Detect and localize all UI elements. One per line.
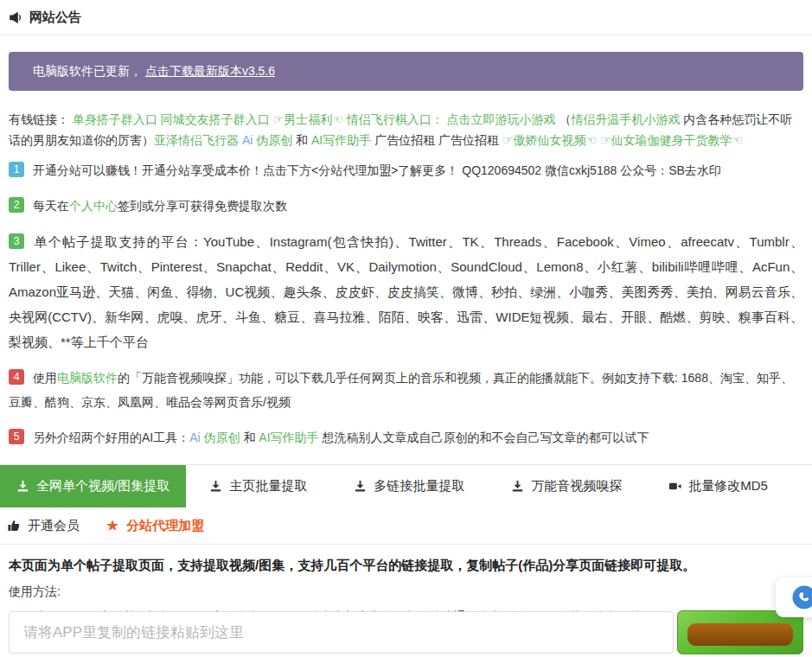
notice-text: 每天在个人中心签到或分享可获得免费提取次数 bbox=[33, 199, 287, 213]
inline-link[interactable]: 情侣升温手机小游戏 bbox=[571, 112, 680, 126]
videocam-icon bbox=[668, 480, 681, 493]
money-links-line: 有钱链接： 单身搭子群入口 同城交友搭子群入口 ☞男士福利☜ 情侣飞行棋入口： … bbox=[9, 109, 803, 150]
notice-content: 有钱链接： 单身搭子群入口 同城交友搭子群入口 ☞男士福利☜ 情侣飞行棋入口： … bbox=[0, 109, 812, 450]
inline-link[interactable]: 点击立即游玩小游戏 bbox=[447, 112, 556, 126]
notice-item-2: 2每天在个人中心签到或分享可获得免费提取次数 bbox=[9, 194, 803, 218]
download-icon bbox=[354, 480, 367, 493]
notice-text: 另外介绍两个好用的AI工具：Ai 伪原创 和 AI写作助手 想洗稿别人文章成自己… bbox=[33, 431, 649, 444]
download-icon bbox=[16, 480, 29, 493]
text-segment: （ bbox=[556, 112, 572, 126]
text-segment: 和 bbox=[240, 431, 259, 444]
notice-text: 单个帖子提取支持的平台：YouTube、Instagram(包含快拍)、Twit… bbox=[9, 234, 803, 349]
text-segment: 和 bbox=[292, 133, 311, 147]
tab-batch-modify-md5[interactable]: 批量修改MD5 bbox=[645, 465, 791, 507]
text-segment: 签到或分享可获得免费提取次数 bbox=[118, 199, 287, 213]
secondary-nav: 开通会员 ★ 分站代理加盟 bbox=[0, 507, 812, 545]
tab-extract-audio-mp3[interactable]: ♫ 提取音频(MP3) bbox=[791, 465, 812, 507]
notice-item-4: 4使用电脑版软件的「万能音视频嗅探」功能，可以下载几乎任何网页上的音乐和视频，真… bbox=[9, 366, 803, 414]
extract-button-inner-shape bbox=[687, 623, 793, 646]
inline-link[interactable]: AI写作助手 bbox=[259, 431, 318, 444]
text-segment: 开通分站可以赚钱！开通分站享受成本价！点击下方<分站代理加盟>了解更多！ QQ1… bbox=[33, 163, 721, 177]
usage-title: 使用方法: bbox=[9, 584, 803, 600]
inline-link[interactable]: 电脑版软件 bbox=[57, 371, 118, 385]
notice-item-3: 3单个帖子提取支持的平台：YouTube、Instagram(包含快拍)、Twi… bbox=[9, 229, 803, 354]
inline-link[interactable]: 同城交友搭子群入口 bbox=[161, 112, 270, 126]
thumbs-up-icon bbox=[7, 519, 21, 533]
text-segment: 每天在 bbox=[33, 199, 69, 213]
notice-text: 使用电脑版软件的「万能音视频嗅探」功能，可以下载几乎任何网页上的音乐和视频，真正… bbox=[9, 371, 793, 409]
notice-badge: 4 bbox=[9, 369, 24, 385]
update-banner: 电脑版软件已更新， 点击下载最新版本v3.5.6 bbox=[9, 52, 803, 91]
tab-label: 万能音视频嗅探 bbox=[531, 478, 622, 494]
subtab-label: 分站代理加盟 bbox=[126, 518, 204, 534]
text-segment: 使用 bbox=[33, 371, 57, 385]
notice-badge: 5 bbox=[9, 429, 24, 444]
notice-badge: 1 bbox=[9, 162, 24, 177]
tab-label: 主页批量提取 bbox=[229, 478, 307, 494]
inline-link[interactable]: Ai bbox=[242, 133, 256, 147]
extract-mode-tabs: 全网单个视频/图集提取 主页批量提取 多链接批量提取 万能音视频嗅探 批量修改M… bbox=[0, 464, 812, 507]
page-title: 网站公告 bbox=[29, 10, 81, 26]
text-segment: 单个帖子提取支持的平台：YouTube、Instagram(包含快拍)、Twit… bbox=[9, 234, 803, 349]
page-root: 网站公告 电脑版软件已更新， 点击下载最新版本v3.5.6 有钱链接： 单身搭子… bbox=[0, 0, 812, 657]
download-latest-link[interactable]: 点击下载最新版本v3.5.6 bbox=[145, 64, 275, 78]
announcement-icon bbox=[9, 11, 23, 24]
inline-link[interactable]: ☞男士福利☜ bbox=[273, 112, 343, 126]
open-membership-link[interactable]: 开通会员 bbox=[7, 518, 80, 534]
inline-link[interactable]: 单身搭子群入口 bbox=[73, 112, 157, 126]
notice-item-5: 5另外介绍两个好用的AI工具：Ai 伪原创 和 AI写作助手 想洗稿别人文章成自… bbox=[9, 425, 803, 450]
download-icon bbox=[511, 480, 524, 493]
notice-badge: 2 bbox=[9, 197, 24, 213]
inline-link[interactable]: 伪原创 bbox=[204, 431, 240, 444]
customer-service-icon bbox=[792, 585, 812, 609]
link-paste-input[interactable] bbox=[9, 611, 674, 654]
update-banner-text: 电脑版软件已更新， bbox=[33, 64, 145, 78]
inline-link[interactable]: 情侣飞行棋入口： bbox=[347, 112, 444, 126]
inline-link[interactable]: Ai bbox=[189, 431, 203, 444]
text-segment: 的「万能音视频嗅探」功能，可以下载几乎任何网页上的音乐和视频，真正的能播就能下。… bbox=[9, 371, 793, 409]
text-segment: 另外介绍两个好用的AI工具： bbox=[33, 431, 189, 444]
notice-text: 开通分站可以赚钱！开通分站享受成本价！点击下方<分站代理加盟>了解更多！ QQ1… bbox=[33, 163, 721, 177]
inline-link[interactable]: 个人中心 bbox=[69, 199, 118, 213]
inline-link[interactable]: ☞傲娇仙女视频☜ bbox=[502, 133, 597, 147]
text-segment: 有钱链接： bbox=[9, 112, 73, 126]
notice-item-1: 1开通分站可以赚钱！开通分站享受成本价！点击下方<分站代理加盟>了解更多！ QQ… bbox=[9, 158, 803, 182]
inline-link[interactable]: AI写作助手 bbox=[311, 133, 371, 147]
star-icon: ★ bbox=[105, 518, 119, 533]
text-segment: 想洗稿别人文章成自己原创的和不会自己写文章的都可以试下 bbox=[319, 431, 649, 444]
inline-link[interactable]: ☞仙女瑜伽健身干货教学☜ bbox=[600, 133, 743, 147]
inline-link[interactable]: 亚泽情侣飞行器 bbox=[154, 133, 239, 147]
tab-universal-sniffer[interactable]: 万能音视频嗅探 bbox=[488, 465, 645, 507]
notice-badge: 3 bbox=[9, 233, 24, 249]
tab-label: 多链接批量提取 bbox=[374, 478, 464, 494]
tab-multi-link-batch-extract[interactable]: 多链接批量提取 bbox=[330, 465, 488, 507]
text-segment: 广告位招租 广告位招租 bbox=[371, 133, 502, 147]
paste-row bbox=[9, 610, 803, 654]
agency-join-link[interactable]: ★ 分站代理加盟 bbox=[105, 518, 204, 534]
customer-service-widget[interactable] bbox=[776, 577, 812, 617]
page-header: 网站公告 bbox=[0, 0, 812, 35]
tab-label: 批量修改MD5 bbox=[688, 478, 768, 494]
inline-link[interactable]: 伪原创 bbox=[256, 133, 292, 147]
intro-headline: 本页面为单个帖子提取页面，支持提取视频/图集，支持几百个平台的链接提取，复制帖子… bbox=[9, 555, 803, 576]
tab-label: 全网单个视频/图集提取 bbox=[36, 478, 169, 494]
download-icon bbox=[209, 480, 222, 493]
tab-homepage-batch-extract[interactable]: 主页批量提取 bbox=[186, 465, 330, 507]
tab-single-post-extract[interactable]: 全网单个视频/图集提取 bbox=[0, 465, 186, 507]
subtab-label: 开通会员 bbox=[28, 518, 80, 534]
